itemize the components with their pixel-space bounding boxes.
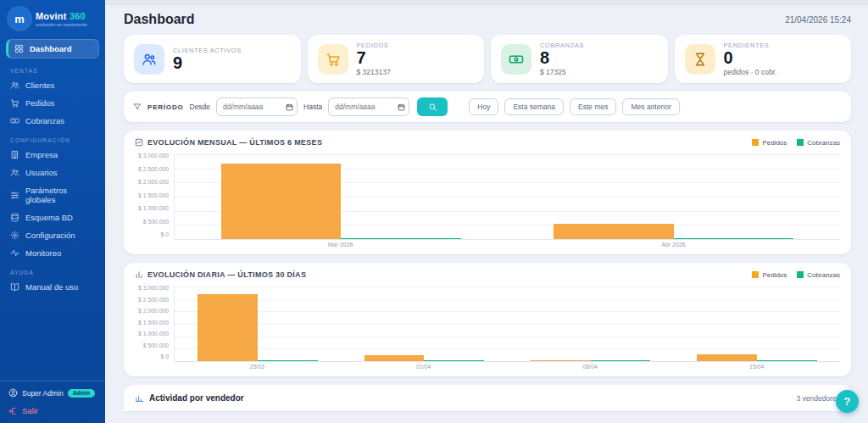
legend-pedidos[interactable]: Pedidos [752,271,787,279]
users-icon [10,81,19,90]
y-tick-label: $ 3.000.000 [138,286,169,292]
chart-title-text: EVOLUCIÓN MENSUAL — ÚLTIMOS 6 MESES [147,138,322,147]
sidebar-item-usuarios[interactable]: Usuarios [0,164,105,181]
sidebar-item-cobranzas[interactable]: Cobranzas [0,112,105,130]
legend-swatch [797,271,804,278]
timestamp: 21/04/2026 15:24 [785,15,851,25]
brand-logo: m [8,8,31,30]
building-icon [10,150,19,159]
logout-label: Salir [22,406,38,415]
stat-sub: pedidos · 0 cobr. [724,68,777,76]
sidebar-item-dashboard[interactable]: Dashboard [6,39,99,58]
main-content: Dashboard 21/04/2026 15:24 CLIENTES ACTI… [105,0,868,423]
sidebar-item-monitoreo[interactable]: Monitoreo [0,244,105,262]
y-tick-label: $ 1.000.000 [138,331,169,337]
sidebar-item-esquema-bd[interactable]: Esquema BD [0,209,105,226]
nav-section-label: VENTAS [0,60,105,76]
activity-icon [135,393,144,403]
bar-group-01-04 [341,287,507,361]
date-to-wrap [328,97,409,116]
search-icon [428,103,437,112]
page-title: Dashboard [124,12,195,27]
gridline [175,239,840,240]
user-avatar-icon [8,388,18,398]
page-header: Dashboard 21/04/2026 15:24 [124,12,851,27]
bar-pedidos [531,360,591,362]
x-axis-labels: 25/0301/0408/0415/04 [174,364,840,370]
chart-card-monthly: EVOLUCIÓN MENSUAL — ÚLTIMOS 6 MESES Pedi… [124,131,851,254]
x-tick-label: 15/04 [674,364,841,370]
admin-badge: Admin [68,389,95,398]
plot-column: 25/0301/0408/0415/04 [174,287,840,370]
sidebar-item-empresa[interactable]: Empresa [0,146,105,164]
brand-name-suffix: 360 [70,11,86,21]
filter-bar: PERÍODO Desde Hasta HoyEsta semanaEste m… [124,92,851,122]
sidebar-item-pedidos[interactable]: Pedidos [0,94,105,112]
y-tick-label: $ 1.000.000 [138,206,169,212]
sidebar-item-manual-de-uso[interactable]: Manual de uso [0,278,105,296]
stat-card-clientes-activos: CLIENTES ACTIVOS9 [124,35,301,83]
sidebar-item-label: Empresa [25,150,58,159]
search-button[interactable] [417,97,448,116]
user-name: Super Admin [22,389,64,398]
plot-area [174,287,840,361]
sidebar-item-label: Usuarios [25,168,58,177]
legend-pedidos[interactable]: Pedidos [752,139,787,147]
quick-filter-este-mes[interactable]: Este mes [570,98,616,115]
sidebar-item-label: Dashboard [30,44,72,53]
stat-texts: COBRANZAS8$ 17325 [540,42,584,76]
legend-cobranzas[interactable]: Cobranzas [797,139,840,147]
nav-section-label: AYUDA [0,262,105,278]
sidebar: m Movint 360 evolución en movimiento Das… [0,0,105,423]
brand-name-main: Movint [36,11,67,21]
sidebar-item-configuracion[interactable]: Configuración [0,226,105,244]
legend-label: Cobranzas [807,139,840,147]
gear-icon [10,231,19,240]
bar-pedidos [697,354,757,361]
activity-card-title: Actividad por vendedor [135,393,244,403]
stat-texts: CLIENTES ACTIVOS9 [173,47,242,72]
y-tick-label: $ 0 [161,354,169,360]
legend-label: Pedidos [762,271,787,279]
quick-filter-mes-anterior[interactable]: Mes anterior [622,98,679,115]
users-icon [134,44,164,75]
chart-legend: PedidosCobranzas [752,139,840,147]
x-tick-label: 08/04 [507,364,674,370]
date-from-input[interactable] [216,97,298,116]
chart-legend: PedidosCobranzas [752,271,840,279]
legend-swatch [752,139,759,146]
bar-cobranzas [591,360,651,362]
legend-label: Pedidos [762,139,787,147]
date-to-input[interactable] [328,97,409,116]
legend-cobranzas[interactable]: Cobranzas [797,271,840,279]
sidebar-item-clientes[interactable]: Clientes [0,76,105,94]
legend-swatch [752,271,759,278]
sidebar-item-parametros-globales[interactable]: Parámetros globales [0,181,105,209]
y-tick-label: $ 2.000.000 [138,180,169,186]
chart-card-daily: EVOLUCIÓN DIARIA — ÚLTIMOS 30 DÍAS Pedid… [124,263,851,376]
sidebar-item-label: Cobranzas [25,116,64,125]
sidebar-item-label: Pedidos [25,98,54,108]
help-button[interactable]: ? [836,390,859,413]
filter-period-label: PERÍODO [147,103,184,111]
quick-filter-hoy[interactable]: Hoy [469,98,498,115]
quick-filter-esta-semana[interactable]: Esta semana [504,98,564,115]
bar-pedidos [364,355,425,361]
activity-meta: 3 vendedores [796,394,840,403]
x-tick-label: 25/03 [174,364,341,370]
bar-cobranzas [341,238,460,240]
stat-card-pedidos: PEDIDOS7$ 3213137 [308,35,485,83]
sidebar-item-label: Esquema BD [25,213,73,222]
y-tick-label: $ 2.500.000 [138,167,169,173]
stat-value: 7 [357,49,391,67]
bar-cobranzas [674,238,793,240]
legend-swatch [797,139,804,146]
stat-label: CLIENTES ACTIVOS [173,47,242,54]
chart-header: EVOLUCIÓN DIARIA — ÚLTIMOS 30 DÍAS Pedid… [135,270,840,279]
exit-icon [8,407,17,415]
stat-sub: $ 3213137 [357,68,391,76]
chart-title-monthly: EVOLUCIÓN MENSUAL — ÚLTIMOS 6 MESES [135,138,322,147]
bar-group-mar-2026 [175,154,508,239]
logout-button[interactable]: Salir [8,406,97,415]
y-tick-label: $ 500.000 [143,343,169,349]
